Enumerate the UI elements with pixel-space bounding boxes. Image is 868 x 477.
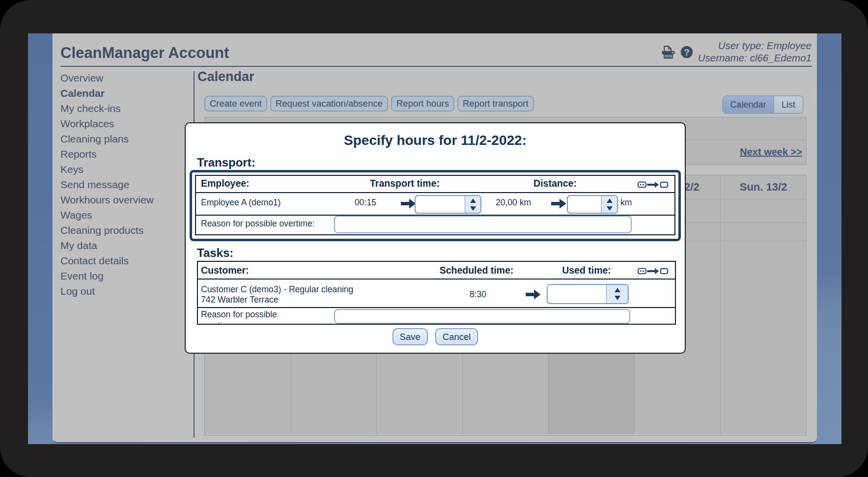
distance-input-group <box>567 195 618 214</box>
transport-scheduled-distance: 20,00 km <box>496 197 531 208</box>
used-time-input[interactable] <box>548 285 606 303</box>
transport-time-input-group <box>415 195 481 214</box>
transport-table-frame: Employee: Transport time: Distance: Empl… <box>190 170 681 241</box>
scheduled-to-actual-icon <box>638 181 669 190</box>
spinner-up-icon <box>470 198 476 203</box>
sidebar-item-calendar[interactable]: Calendar <box>60 85 154 101</box>
spinner-down-icon <box>615 296 620 300</box>
spinner-up-icon <box>607 198 613 203</box>
specify-hours-dialog: Specify hours for 11/2-2022: Transport: … <box>185 122 686 354</box>
customer-column-header: Customer: <box>201 265 249 276</box>
table-divider <box>198 307 675 308</box>
scheduled-time-column-header: Scheduled time: <box>440 265 514 276</box>
scheduled-to-actual-icon <box>638 268 669 277</box>
sidebar-item-log-out[interactable]: Log out <box>60 283 154 299</box>
table-divider <box>198 279 675 280</box>
spinner-down-icon <box>607 206 613 211</box>
calendar-toolbar: Create event Request vacation/absence Re… <box>204 96 534 112</box>
transport-reason-input[interactable] <box>334 216 632 233</box>
tasks-reason-input[interactable] <box>334 309 630 324</box>
next-week-link[interactable]: Next week >> <box>740 146 802 158</box>
calendar-cell <box>721 241 806 434</box>
sidebar-item-workplaces[interactable]: Workplaces <box>60 116 154 131</box>
toggle-calendar-view[interactable]: Calendar <box>723 96 774 113</box>
page-title: Calendar <box>197 69 254 84</box>
cancel-button[interactable]: Cancel <box>435 328 478 345</box>
transport-table: Employee: Transport time: Distance: Empl… <box>195 175 675 235</box>
sidebar-item-workhours-overview[interactable]: Workhours overview <box>60 192 154 207</box>
transport-employee-name: Employee A (demo1) <box>201 197 280 208</box>
save-button[interactable]: Save <box>392 328 428 345</box>
sidebar-item-cleaning-products[interactable]: Cleaning products <box>60 223 154 238</box>
transport-time-column-header: Transport time: <box>370 178 440 189</box>
transport-scheduled-time: 00:15 <box>355 197 376 208</box>
user-info: User type: Employee Username: cl66_Edemo… <box>698 40 812 64</box>
calendar-cell <box>721 223 806 241</box>
sidebar-item-wages[interactable]: Wages <box>60 207 154 223</box>
username: Username: cl66_Edemo1 <box>698 52 812 64</box>
printer-icon[interactable] <box>662 46 675 61</box>
transport-time-input[interactable] <box>416 196 465 213</box>
task-scheduled-time: 8:30 <box>470 289 486 300</box>
sidebar-item-my-data[interactable]: My data <box>60 238 154 253</box>
distance-spinner[interactable] <box>601 196 617 213</box>
used-time-input-group <box>547 284 629 304</box>
create-event-button[interactable]: Create event <box>204 96 267 112</box>
arrow-icon <box>526 289 541 302</box>
tasks-reason-label-line1: Reason for possible <box>201 309 277 320</box>
sidebar-item-overview[interactable]: Overview <box>60 70 154 85</box>
toggle-list-view[interactable]: List <box>774 96 803 113</box>
used-time-column-header: Used time: <box>562 265 611 276</box>
task-customer-line1: Customer C (demo3) - Regular cleaning <box>201 284 353 295</box>
screen: CleanManager Account ? <box>0 0 868 477</box>
help-icon[interactable]: ? <box>680 46 693 60</box>
sidebar-item-my-check-ins[interactable]: My check-ins <box>60 101 154 116</box>
tasks-reason-label-line2: overtime: <box>201 321 236 325</box>
request-vacation-button[interactable]: Request vacation/absence <box>270 96 388 112</box>
day-header-sun: Sun. 13/2 <box>721 175 806 199</box>
app-title: CleanManager Account <box>60 44 229 62</box>
distance-column-header: Distance: <box>533 178 577 189</box>
used-time-spinner[interactable] <box>606 285 628 303</box>
calendar-cell <box>721 199 806 223</box>
task-customer-line2: 742 Warbler Terrace <box>201 295 279 305</box>
user-type: User type: Employee <box>698 40 812 52</box>
arrow-icon <box>551 198 566 211</box>
sidebar-item-send-message[interactable]: Send message <box>60 177 154 192</box>
report-hours-button[interactable]: Report hours <box>391 96 454 112</box>
sidebar-item-reports[interactable]: Reports <box>60 146 154 162</box>
arrow-icon <box>401 198 416 211</box>
sidebar-item-keys[interactable]: Keys <box>60 162 154 177</box>
distance-unit-label: km <box>620 197 632 208</box>
report-transport-button[interactable]: Report transport <box>457 96 534 112</box>
dialog-buttons: Save Cancel <box>186 328 685 345</box>
transport-section-label: Transport: <box>197 156 255 169</box>
sidebar-nav: Overview Calendar My check-ins Workplace… <box>60 70 154 299</box>
distance-input[interactable] <box>568 196 601 213</box>
svg-text:?: ? <box>684 48 690 57</box>
sidebar-item-event-log[interactable]: Event log <box>60 268 154 283</box>
table-divider <box>196 192 674 193</box>
employee-column-header: Employee: <box>201 178 250 189</box>
spinner-down-icon <box>470 206 476 211</box>
view-toggle: Calendar List <box>722 95 804 114</box>
tasks-table: Customer: Scheduled time: Used time: Cus… <box>197 261 676 325</box>
sidebar-item-cleaning-plans[interactable]: Cleaning plans <box>60 131 154 146</box>
spinner-up-icon <box>615 288 620 292</box>
tasks-section-label: Tasks: <box>197 246 233 260</box>
header-divider <box>60 66 812 67</box>
dialog-title: Specify hours for 11/2-2022: <box>186 133 685 148</box>
transport-time-spinner[interactable] <box>465 196 480 213</box>
transport-reason-label: Reason for possible overtime: <box>201 219 315 229</box>
sidebar-item-contact-details[interactable]: Contact details <box>60 253 154 268</box>
